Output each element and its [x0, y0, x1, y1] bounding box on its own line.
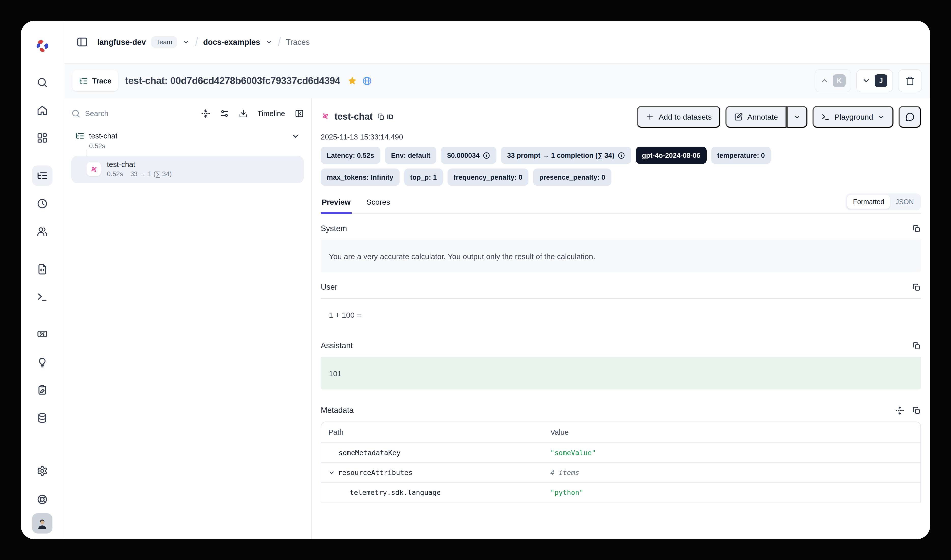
fold-vertical-icon[interactable] — [201, 109, 210, 118]
annotate-dropdown-button[interactable] — [787, 106, 808, 128]
presence-penalty-badge: presence_penalty: 0 — [533, 169, 611, 186]
add-to-datasets-label: Add to datasets — [659, 112, 712, 121]
metadata-value: "python" — [550, 488, 913, 496]
copy-icon[interactable] — [912, 406, 921, 415]
prev-trace-button[interactable]: K — [814, 69, 851, 92]
env-badge: Env: default — [385, 147, 437, 164]
tree-item-tokens: 33 → 1 (∑ 34) — [130, 170, 172, 178]
generation-pinwheel-icon — [321, 111, 330, 122]
breadcrumb-project[interactable]: docs-examples — [203, 37, 260, 46]
unfold-vertical-icon[interactable] — [896, 406, 904, 415]
copy-icon[interactable] — [912, 342, 921, 350]
expand-chevron-icon[interactable] — [328, 469, 335, 476]
tokens-badge[interactable]: 33 prompt → 1 completion (∑ 34) — [501, 147, 631, 164]
copy-icon[interactable] — [912, 224, 921, 233]
support-lifebuoy-icon[interactable] — [37, 494, 48, 505]
bookmark-star-icon[interactable] — [347, 75, 357, 86]
plus-icon — [646, 112, 654, 121]
user-avatar[interactable] — [32, 513, 52, 534]
metadata-key: telemetry.sdk.language — [328, 488, 550, 496]
evals-icon[interactable] — [37, 328, 48, 340]
breadcrumb-separator: / — [278, 35, 281, 49]
observation-timestamp: 2025-11-13 15:33:14.490 — [321, 133, 921, 141]
prompts-file-icon[interactable] — [37, 264, 48, 275]
terminal-icon — [821, 112, 830, 121]
sidebar-toggle-icon[interactable] — [76, 36, 88, 48]
metadata-value: "someValue" — [550, 449, 913, 457]
id-label: ID — [387, 113, 394, 121]
metadata-table-header: Path Value — [321, 422, 920, 443]
project-chevron-icon[interactable] — [265, 38, 273, 46]
trace-type-label: Trace — [92, 77, 111, 85]
tree-item-generation-selected[interactable]: test-chat 0.52s 33 → 1 (∑ 34) — [71, 156, 304, 183]
tree-item-name: test-chat — [107, 160, 298, 169]
timeline-toggle[interactable]: Timeline — [257, 109, 285, 118]
insights-lightbulb-icon[interactable] — [37, 357, 48, 368]
tree-search[interactable] — [71, 109, 201, 118]
generation-chip — [86, 162, 101, 176]
dashboard-icon[interactable] — [37, 132, 48, 143]
tab-preview[interactable]: Preview — [321, 194, 352, 214]
collapse-chevron-icon[interactable] — [291, 132, 300, 140]
collapse-panel-icon[interactable] — [295, 109, 304, 118]
trace-tree: test-chat 0.52s test-chat — [71, 130, 304, 183]
frequency-penalty-badge: frequency_penalty: 0 — [448, 169, 528, 186]
comments-button[interactable] — [899, 106, 921, 128]
metadata-table: Path Value someMetadataKey "someValue" r… — [321, 422, 921, 503]
annotation-clipboard-icon[interactable] — [37, 385, 48, 395]
breadcrumb-org[interactable]: langfuse-dev — [97, 37, 146, 46]
download-icon[interactable] — [239, 109, 248, 118]
playground-terminal-icon[interactable] — [37, 291, 48, 302]
annotate-button[interactable]: Annotate — [725, 106, 786, 128]
section-title: System — [321, 224, 347, 233]
trace-header-bar: Trace test-chat: 00d7d6cd4278b6003fc7933… — [64, 63, 930, 98]
trash-icon — [905, 76, 915, 86]
tree-search-input[interactable] — [85, 109, 146, 118]
sessions-clock-icon[interactable] — [37, 198, 48, 209]
tab-scores[interactable]: Scores — [365, 194, 391, 213]
square-pen-icon — [734, 112, 743, 121]
search-icon[interactable] — [37, 77, 48, 88]
delete-trace-button[interactable] — [898, 69, 922, 92]
info-icon — [483, 151, 490, 159]
metadata-title: Metadata — [321, 406, 354, 415]
cost-badge[interactable]: $0.000034 — [441, 147, 497, 164]
temperature-badge: temperature: 0 — [711, 147, 771, 164]
public-globe-icon[interactable] — [362, 75, 372, 86]
observation-panel: test-chat ID Add to datasets — [312, 98, 930, 539]
chevron-down-icon — [794, 113, 801, 120]
playground-button[interactable]: Playground — [813, 106, 894, 128]
filter-sliders-icon[interactable] — [220, 109, 229, 118]
home-icon[interactable] — [37, 105, 48, 116]
trace-type-pill: Trace — [72, 70, 118, 91]
trace-tree-panel: Timeline test-chat 0.52s — [64, 98, 312, 539]
format-toggle-formatted[interactable]: Formatted — [847, 195, 890, 209]
model-badge[interactable]: gpt-4o-2024-08-06 — [636, 147, 706, 164]
list-tree-icon — [79, 76, 88, 85]
add-to-datasets-button[interactable]: Add to datasets — [637, 106, 721, 128]
next-trace-button[interactable]: J — [856, 69, 893, 92]
format-toggle-json[interactable]: JSON — [890, 195, 919, 209]
org-chevron-icon[interactable] — [183, 38, 190, 46]
tree-item-duration: 0.52s — [107, 170, 123, 178]
observation-title: test-chat — [334, 111, 372, 122]
copy-icon[interactable] — [912, 283, 921, 291]
chevron-down-icon — [878, 113, 885, 120]
preview-tabs: Preview Scores Formatted JSON — [321, 194, 921, 214]
breadcrumb-section[interactable]: Traces — [286, 37, 310, 46]
langfuse-logo[interactable] — [35, 38, 50, 54]
metadata-row-expandable[interactable]: resourceAttributes 4 items — [321, 463, 920, 483]
settings-gear-icon[interactable] — [37, 465, 48, 477]
observation-header: test-chat ID Add to datasets — [321, 106, 921, 128]
column-path: Path — [328, 428, 550, 436]
org-type-badge: Team — [151, 36, 177, 48]
assistant-message: 101 — [321, 357, 921, 389]
icon-rail — [21, 21, 64, 539]
chevron-down-icon — [862, 76, 871, 85]
tracing-icon[interactable] — [32, 165, 52, 186]
copy-id-control[interactable]: ID — [377, 113, 394, 121]
breadcrumb: langfuse-dev Team / docs-examples / Trac… — [97, 36, 310, 48]
tree-item-trace[interactable]: test-chat 0.52s — [71, 130, 304, 151]
datasets-database-icon[interactable] — [37, 412, 48, 423]
users-icon[interactable] — [37, 226, 48, 237]
